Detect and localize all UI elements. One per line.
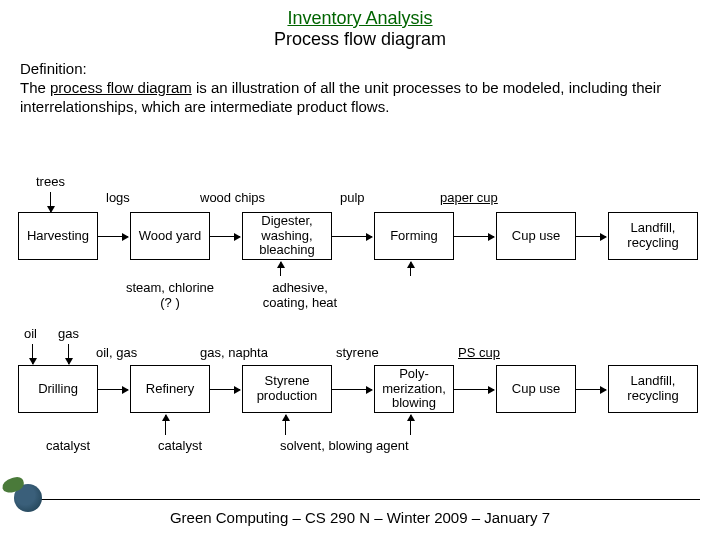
arrow-trees-down [50, 192, 51, 212]
flow-pulp: pulp [340, 190, 365, 205]
page-title-2: Process flow diagram [0, 29, 720, 50]
row2-input-oil: oil [24, 326, 37, 341]
arrow-r2-3 [332, 389, 372, 390]
aux-solvent: solvent, blowing agent [280, 438, 409, 453]
box-cupuse1: Cup use [496, 212, 576, 260]
definition-lead: Definition: [20, 60, 87, 77]
flow-papercup: paper cup [440, 190, 498, 205]
page-title-1: Inventory Analysis [0, 8, 720, 29]
flow-woodchips: wood chips [200, 190, 265, 205]
row1-input-trees: trees [36, 174, 65, 189]
flow-gasnaphta: gas, naphta [200, 345, 268, 360]
aux-steam: steam, chlorine (? ) [120, 280, 220, 310]
box-landfill2: Landfill, recycling [608, 365, 698, 413]
row2-input-gas: gas [58, 326, 79, 341]
arrow-aux1-up [280, 262, 281, 276]
footer-text: Green Computing – CS 290 N – Winter 2009… [0, 509, 720, 526]
definition-the: The [20, 79, 50, 96]
flow-pscup: PS cup [458, 345, 500, 360]
arrow-r2-2 [210, 389, 240, 390]
arrow-cat2-up [285, 415, 286, 435]
box-landfill1: Landfill, recycling [608, 212, 698, 260]
arrow-cat1-up [165, 415, 166, 435]
arrow-r1-5 [576, 236, 606, 237]
aux-catalyst1: catalyst [46, 438, 90, 453]
arrow-r1-2 [210, 236, 240, 237]
definition-block: Definition: The process flow diagram is … [0, 50, 720, 116]
aux-adhesive: adhesive, coating, heat [250, 280, 350, 310]
aux-catalyst2: catalyst [158, 438, 202, 453]
box-styreneprod: Styrene production [242, 365, 332, 413]
flow-oilgas: oil, gas [96, 345, 137, 360]
arrow-r2-4 [454, 389, 494, 390]
arrow-r2-1 [98, 389, 128, 390]
arrow-r1-4 [454, 236, 494, 237]
logo-icon [14, 484, 42, 512]
footer-divider [20, 499, 700, 500]
flow-logs: logs [106, 190, 130, 205]
box-harvesting: Harvesting [18, 212, 98, 260]
box-forming: Forming [374, 212, 454, 260]
arrow-r2-5 [576, 389, 606, 390]
arrow-r1-1 [98, 236, 128, 237]
arrow-solvent-up [410, 415, 411, 435]
definition-term: process flow diagram [50, 79, 192, 96]
box-woodyard: Wood yard [130, 212, 210, 260]
box-drilling: Drilling [18, 365, 98, 413]
arrow-oil-down [32, 344, 33, 364]
box-polymerization: Poly-merization, blowing [374, 365, 454, 413]
box-refinery: Refinery [130, 365, 210, 413]
arrow-aux2-up [410, 262, 411, 276]
arrow-r1-3 [332, 236, 372, 237]
flow-styrene: styrene [336, 345, 379, 360]
box-cupuse2: Cup use [496, 365, 576, 413]
arrow-gas-down [68, 344, 69, 364]
box-digester: Digester, washing, bleaching [242, 212, 332, 260]
